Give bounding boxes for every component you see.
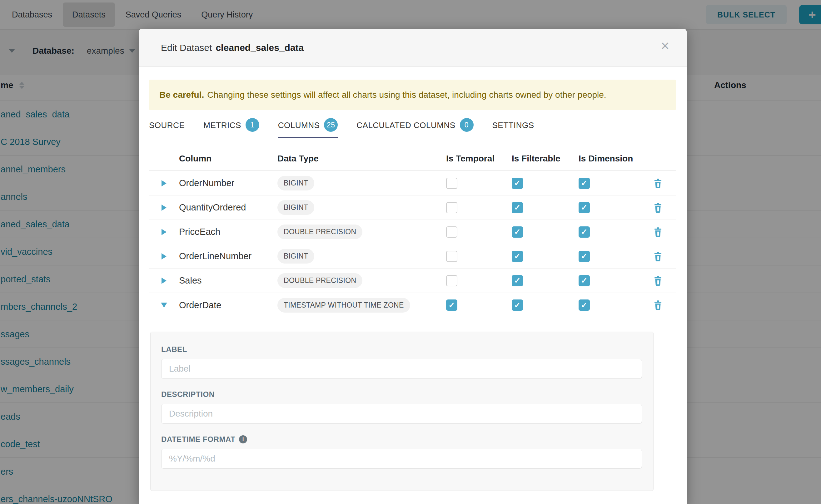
modal-title: Edit Dataset — [161, 42, 212, 53]
column-name: OrderDate — [179, 300, 277, 310]
column-row: OrderDate TIMESTAMP WITHOUT TIME ZONE ✓ … — [149, 293, 676, 317]
is-filterable-checkbox[interactable]: ✓ — [512, 251, 523, 262]
is-temporal-checkbox[interactable]: ✓ — [446, 202, 458, 213]
expand-caret-icon[interactable] — [161, 303, 167, 308]
column-row: PriceEach DOUBLE PRECISION ✓ ✓ ✓ — [149, 220, 676, 244]
tab-label: SOURCE — [149, 121, 185, 130]
is-temporal-checkbox[interactable]: ✓ — [446, 275, 458, 286]
column-row: QuantityOrdered BIGINT ✓ ✓ ✓ — [149, 195, 676, 220]
expand-caret-icon[interactable] — [161, 180, 166, 186]
tab-columns[interactable]: COLUMNS 25 — [278, 120, 338, 138]
warning-banner: Be careful. Changing these settings will… — [149, 80, 676, 110]
column-detail-panel: LABEL DESCRIPTION DATETIME FORMAT i — [150, 332, 654, 491]
modal-header: Edit Dataset cleaned_sales_data ✕ — [139, 29, 687, 67]
tab-badge: 0 — [460, 118, 474, 132]
column-name: PriceEach — [179, 227, 277, 237]
modal-title-dataset-name: cleaned_sales_data — [215, 42, 304, 53]
column-row: OrderLineNumber BIGINT ✓ ✓ ✓ — [149, 244, 676, 269]
is-dimension-checkbox[interactable]: ✓ — [579, 178, 590, 189]
column-name: Sales — [179, 275, 277, 286]
datetime-format-input[interactable] — [161, 449, 642, 469]
expand-caret-icon[interactable] — [161, 229, 166, 235]
is-dimension-checkbox[interactable]: ✓ — [579, 226, 590, 238]
delete-icon[interactable] — [653, 203, 663, 213]
column-row: OrderNumber BIGINT ✓ ✓ ✓ — [149, 171, 676, 195]
is-filterable-checkbox[interactable]: ✓ — [512, 299, 523, 311]
tab-badge: 25 — [324, 118, 338, 132]
header-data-type: Data Type — [277, 154, 446, 164]
column-name: QuantityOrdered — [179, 202, 277, 213]
edit-dataset-modal: Edit Dataset cleaned_sales_data ✕ Be car… — [139, 29, 687, 504]
delete-icon[interactable] — [653, 178, 663, 188]
tab-badge: 1 — [245, 118, 259, 132]
column-name: OrderNumber — [179, 178, 277, 188]
data-type-pill: BIGINT — [277, 176, 314, 190]
tab-label: CALCULATED COLUMNS — [356, 121, 455, 130]
modal-tabs: SOURCE METRICS 1 COLUMNS 25 CALCULATED C… — [149, 120, 676, 138]
description-field-label: DESCRIPTION — [161, 390, 642, 399]
warning-text: Changing these settings will affect all … — [207, 90, 606, 100]
modal-body: Be careful. Changing these settings will… — [139, 80, 687, 491]
is-filterable-checkbox[interactable]: ✓ — [512, 178, 523, 189]
header-is-temporal: Is Temporal — [446, 154, 512, 164]
is-temporal-checkbox[interactable]: ✓ — [446, 251, 458, 262]
is-dimension-checkbox[interactable]: ✓ — [579, 275, 590, 286]
columns-table: Column Data Type Is Temporal Is Filterab… — [149, 147, 676, 317]
is-filterable-checkbox[interactable]: ✓ — [512, 226, 523, 238]
warning-bold-text: Be careful. — [159, 90, 204, 100]
expand-caret-icon[interactable] — [161, 253, 166, 259]
close-icon[interactable]: ✕ — [660, 41, 670, 52]
tab-label: SETTINGS — [492, 121, 534, 130]
columns-table-body: OrderNumber BIGINT ✓ ✓ ✓ QuantityOrdered… — [149, 171, 676, 317]
columns-table-header: Column Data Type Is Temporal Is Filterab… — [149, 147, 676, 171]
data-type-pill: BIGINT — [277, 249, 314, 264]
is-dimension-checkbox[interactable]: ✓ — [579, 299, 590, 311]
is-temporal-checkbox[interactable]: ✓ — [446, 178, 458, 189]
delete-icon[interactable] — [653, 251, 663, 261]
expand-caret-icon[interactable] — [161, 205, 166, 211]
tab-settings[interactable]: SETTINGS — [492, 120, 534, 138]
tab-label: COLUMNS — [278, 121, 320, 130]
header-is-dimension: Is Dimension — [579, 154, 651, 164]
info-icon[interactable]: i — [239, 435, 247, 443]
screen: DatabasesDatasetsSaved QueriesQuery Hist… — [0, 0, 821, 504]
data-type-pill: TIMESTAMP WITHOUT TIME ZONE — [277, 298, 410, 313]
is-temporal-checkbox[interactable]: ✓ — [446, 226, 458, 238]
delete-icon[interactable] — [653, 276, 663, 286]
is-dimension-checkbox[interactable]: ✓ — [579, 251, 590, 262]
data-type-pill: BIGINT — [277, 200, 314, 215]
header-column: Column — [179, 154, 277, 164]
datetime-format-field-label: DATETIME FORMAT i — [161, 435, 642, 444]
is-filterable-checkbox[interactable]: ✓ — [512, 202, 523, 213]
delete-icon[interactable] — [653, 227, 663, 237]
label-input[interactable] — [161, 359, 642, 379]
tab-calculated-columns[interactable]: CALCULATED COLUMNS 0 — [356, 120, 473, 138]
label-field-label: LABEL — [161, 345, 642, 354]
delete-icon[interactable] — [653, 300, 663, 310]
is-temporal-checkbox[interactable]: ✓ — [446, 299, 458, 311]
data-type-pill: DOUBLE PRECISION — [277, 273, 362, 288]
header-is-filterable: Is Filterable — [512, 154, 579, 164]
description-input[interactable] — [161, 404, 642, 424]
is-dimension-checkbox[interactable]: ✓ — [579, 202, 590, 213]
is-filterable-checkbox[interactable]: ✓ — [512, 275, 523, 286]
tab-metrics[interactable]: METRICS 1 — [203, 120, 259, 138]
tab-label: METRICS — [203, 121, 241, 130]
data-type-pill: DOUBLE PRECISION — [277, 225, 362, 239]
column-name: OrderLineNumber — [179, 251, 277, 261]
tab-source[interactable]: SOURCE — [149, 120, 185, 138]
column-row: Sales DOUBLE PRECISION ✓ ✓ ✓ — [149, 269, 676, 293]
expand-caret-icon[interactable] — [161, 278, 166, 284]
